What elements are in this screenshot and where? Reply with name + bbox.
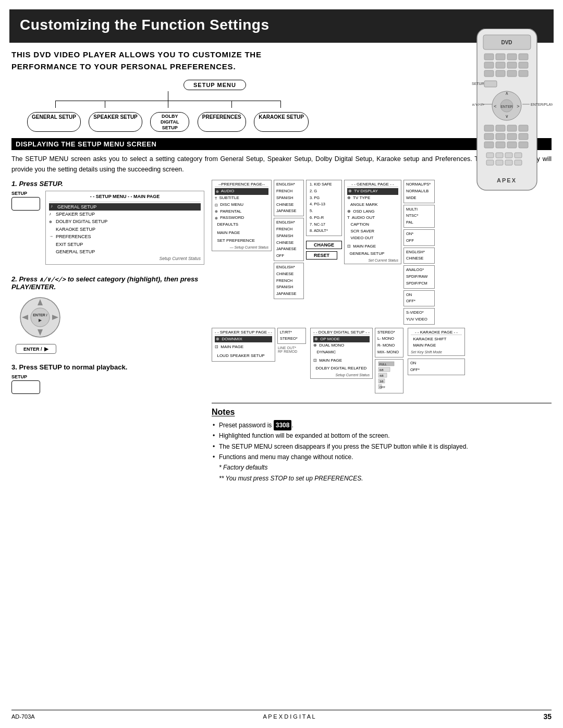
step2-area: 2. Press ∧/∨/</> to select category (hig… [11, 275, 204, 354]
right-diagram-area: --PREFERENCE PAGE-- ⊕ AUDIO T SUBTITLE ⊡… [212, 180, 552, 484]
dolby-status: Setup Current Status [313, 373, 370, 377]
step1-exit-setup: EXIT SETUP [49, 241, 201, 248]
general-diag-title: - - GENERAL PAGE - - [347, 182, 398, 187]
karaoke-on-off: ON OFF* [408, 359, 465, 375]
dolby-diag-title: - - DOLBY DIGITAL SETUP - - [313, 330, 370, 335]
pref-password: ⊕ PASSWORD [215, 215, 268, 221]
reset-button[interactable]: RESET [306, 251, 337, 260]
svg-text:∧: ∧ [505, 91, 509, 96]
footer-brand: A P E X D I G I T A L [263, 713, 315, 720]
svg-rect-10 [519, 62, 528, 68]
nav-button-group[interactable]: ENTER / ▶ [17, 294, 64, 341]
change-reset-area: CHANGE RESET [306, 241, 342, 260]
svg-rect-33 [484, 133, 494, 140]
pref-set-pref: SET PREFERENCE [215, 238, 268, 244]
type-opts: MULTI NTSC* PAL [403, 205, 435, 228]
footer-model: AD-703A [11, 713, 35, 720]
svg-rect-17 [484, 81, 497, 87]
spk-main-page: ⊡ MAIN PAGE [215, 344, 272, 351]
step1-area: 1. Press SETUP. SETUP - - SETUP MENU - -… [11, 180, 204, 268]
svg-rect-6 [519, 54, 528, 60]
svg-rect-12 [496, 70, 505, 77]
password-highlight: 3308 [274, 420, 292, 430]
svg-rect-11 [484, 70, 494, 77]
menu-item-dolby: DOLBYDIGITAL SETUP [150, 112, 189, 132]
svg-text:ENTER/PLAY: ENTER/PLAY [531, 103, 553, 106]
notes-list: Preset password is 3308. Highlighted fun… [212, 420, 552, 484]
pref-subtitle: T SUBTITLE [215, 195, 268, 202]
downmix-opts: LT/RT* STEREO* [277, 328, 306, 344]
page-footer: AD-703A A P E X D I G I T A L 35 [11, 710, 552, 721]
pref-main-page: MAIN PAGE [215, 230, 268, 237]
dolby-related-label: DOLBY DIGITAL RELATED [313, 365, 370, 372]
svg-rect-34 [496, 133, 505, 140]
svg-rect-30 [496, 125, 505, 131]
svg-text:FULL: FULL [380, 363, 386, 366]
gen-video-out: VIDEO OUT [347, 235, 398, 242]
parental-list: 1. KID SAFE 2. G 3. PG 4. PG-13 5. 6. PG… [306, 180, 342, 236]
notes-heading: Notes [212, 408, 552, 417]
audio-lang-opts: ENGLISH* FRENCH SPANISH CHINESE JAPANESE [274, 180, 304, 216]
svg-rect-41 [486, 153, 494, 158]
note-2: Highlighted function will be expanded at… [212, 430, 552, 441]
enter-button-visual[interactable]: ENTER / ▶ [16, 344, 204, 354]
svg-rect-39 [507, 142, 517, 148]
note-1: Preset password is 3308. [212, 420, 552, 430]
setup-button-step1[interactable] [11, 197, 40, 211]
preference-diag-title: --PREFERENCE PAGE-- [215, 182, 268, 187]
op-mode-opts: STEREO* L- MONO R- MONO MIX- MONO [375, 328, 403, 357]
spk-downmix-hl: ⊕ DOWNMIX [215, 336, 272, 343]
svg-rect-13 [507, 70, 517, 77]
change-button[interactable]: CHANGE [306, 241, 342, 249]
svg-rect-46 [496, 160, 503, 165]
svg-text:3/8: 3/8 [380, 380, 384, 383]
svg-rect-4 [496, 54, 505, 60]
svg-rect-32 [519, 125, 528, 131]
step1-speaker-setup: ♪SPEAKER SETUP [49, 211, 201, 218]
svg-text:APEX: APEX [497, 177, 517, 183]
karaoke-diag-title: - - KARAOKE PAGE - - [411, 330, 462, 335]
video-out-opts: S-VIDEO* YUV VIDEO [403, 308, 435, 325]
svg-text:OFF: OFF [380, 386, 386, 389]
setup-label-step3: SETUP [11, 374, 40, 379]
gen-status: Set Current Status [347, 258, 398, 262]
on-off-opts1: ON* OFF [403, 229, 435, 246]
intro-text: THIS DVD VIDEO PLAYER ALLOWS YOU TO CUST… [11, 49, 324, 72]
karaoke-shift: KARAOKE SHIFT [411, 336, 462, 343]
svg-rect-14 [519, 70, 528, 77]
menu-item-preferences: PREFERENCES [198, 112, 246, 132]
gen-tv-display-hl: ⊕ TV DISPLAY [347, 188, 398, 195]
gen-scr-saver: SCR SAVER [347, 228, 398, 235]
pref-status: — Setup Current Status [215, 245, 268, 249]
general-diag-box: - - GENERAL PAGE - - ⊕ TV DISPLAY ⊕ TV T… [344, 180, 401, 264]
step1-preferences: →PREFERENCES [49, 233, 201, 240]
display-opts: NORMAL/PS* NORMAL/LB WIDE [403, 180, 435, 203]
svg-rect-35 [507, 133, 517, 140]
svg-rect-47 [505, 160, 512, 165]
gen-main-page: ⊡ MAIN PAGE [347, 243, 398, 250]
pref-parental: ⊕ PARENTAL [215, 208, 268, 215]
step1-diag-title: - - SETUP MENU - - MAIN PAGE [49, 193, 201, 202]
setup-button-step3[interactable] [11, 380, 40, 394]
svg-rect-9 [507, 62, 517, 68]
gen-caption: CAPTION [347, 221, 398, 228]
subtitle-lang-opts: ENGLISH* FRENCH SPANISH CHINESE JAPANESE… [274, 218, 304, 261]
svg-text:>: > [517, 104, 519, 109]
speaker-diag-title: - - SPEAKER SETUP PAGE - - [215, 330, 272, 335]
gen-tv-type: ⊕ TV TYPE [347, 195, 398, 202]
menu-item-general: GENERAL SETUP [27, 112, 81, 132]
svg-rect-48 [515, 160, 522, 165]
svg-rect-45 [486, 160, 494, 165]
svg-rect-36 [519, 133, 528, 140]
step3-area: 3. Press SETUP to normal playback. SETUP [11, 363, 204, 394]
note-3: The SETUP MENU screen disappears if you … [212, 441, 552, 452]
dolby-dual-mono: ⊕ DUAL MONO [313, 342, 370, 349]
step2-nav-symbol: ∧/∨/</> [40, 276, 66, 283]
svg-text:6/8: 6/8 [380, 368, 384, 372]
svg-rect-31 [507, 125, 517, 131]
gen-angle-mark: ANGLE MARK [347, 202, 398, 208]
svg-rect-29 [484, 125, 494, 131]
step1-diag-box: - - SETUP MENU - - MAIN PAGE ♪GENERAL SE… [45, 191, 204, 265]
svg-point-51 [31, 308, 50, 327]
setup-label-step1: SETUP [11, 191, 40, 196]
